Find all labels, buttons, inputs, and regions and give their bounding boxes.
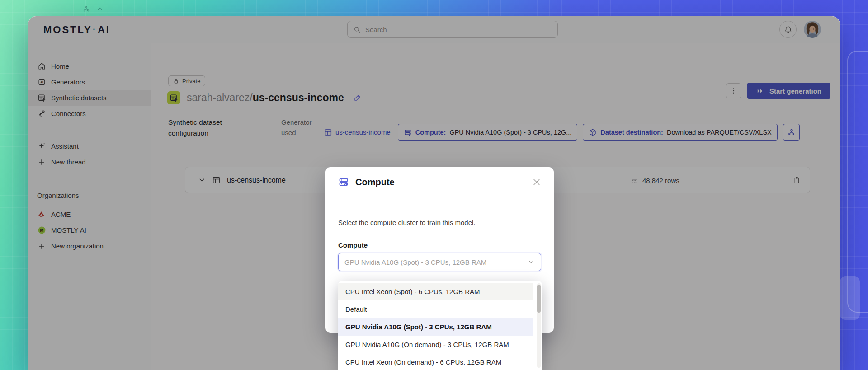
modal-header: Compute <box>326 167 554 197</box>
screen: MOSTLY·AI <box>0 0 868 370</box>
compute-server-icon <box>338 177 349 187</box>
scrollbar-thumb[interactable] <box>537 285 541 313</box>
compute-option[interactable]: CPU Intel Xeon (On demand) - 6 CPUs, 12G… <box>338 353 533 370</box>
compute-dropdown: CPU Intel Xeon (Spot) - 6 CPUs, 12GB RAM… <box>338 281 542 370</box>
compute-select[interactable]: GPU Nvidia A10G (Spot) - 3 CPUs, 12GB RA… <box>338 253 541 271</box>
chevron-up-icon <box>96 5 104 13</box>
compute-option[interactable]: Default <box>338 300 533 318</box>
dropdown-scrollbar[interactable] <box>537 283 541 368</box>
chevron-down-icon <box>528 258 535 266</box>
compute-option[interactable]: GPU Nvidia A10G (Spot) - 3 CPUs, 12GB RA… <box>338 318 533 336</box>
network-icon <box>83 5 90 13</box>
modal-body: Select the compute cluster to train this… <box>326 197 554 271</box>
background-decoration <box>840 276 860 320</box>
background-decoration <box>847 51 868 313</box>
compute-field-label: Compute <box>338 241 541 249</box>
background-glyphs <box>83 5 104 13</box>
modal-title: Compute <box>355 177 395 187</box>
close-button[interactable] <box>530 176 543 188</box>
modal-description: Select the compute cluster to train this… <box>338 219 541 226</box>
compute-select-value: GPU Nvidia A10G (Spot) - 3 CPUs, 12GB RA… <box>344 258 528 266</box>
compute-options-list: CPU Intel Xeon (Spot) - 6 CPUs, 12GB RAM… <box>338 283 542 370</box>
close-icon <box>532 178 541 187</box>
compute-option[interactable]: GPU Nvidia A10G (On demand) - 3 CPUs, 12… <box>338 336 533 353</box>
compute-option[interactable]: CPU Intel Xeon (Spot) - 6 CPUs, 12GB RAM <box>338 283 533 300</box>
